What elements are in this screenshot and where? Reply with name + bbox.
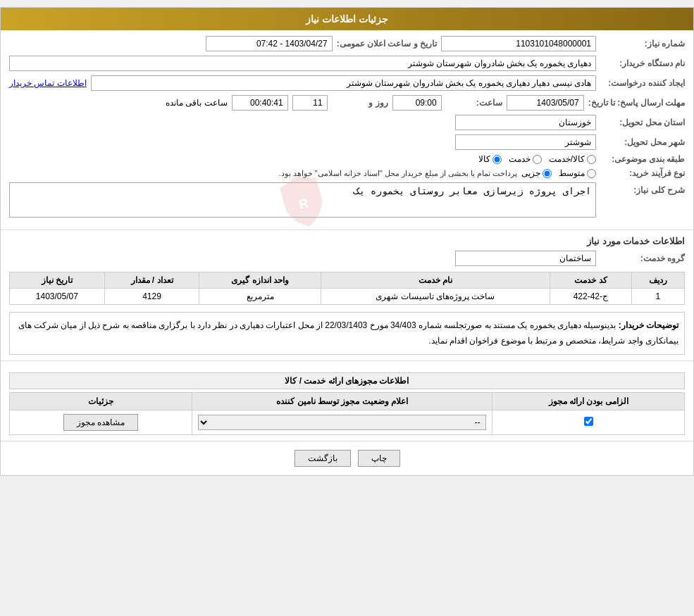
deadline-time-label: ساعت:: [446, 98, 502, 108]
purchase-type-label-jozii: جزیی: [521, 168, 540, 178]
cell-service-name: ساخت پروژه‌های تاسیسات شهری: [321, 289, 550, 305]
province-label: استان محل تحویل:: [600, 118, 685, 127]
cell-quantity: 4129: [104, 289, 199, 305]
col-header-date: تاریخ نیاز: [10, 272, 105, 289]
deadline-day-label: روز و: [332, 98, 388, 108]
need-desc-textarea[interactable]: اجرای پروژه زیرسازی معابر روستای یخموره …: [9, 182, 596, 218]
purchase-type-option-jozii: جزیی: [521, 168, 552, 178]
buyer-org-value: دهیاری یخموره یک بخش شادروان شهرستان شوش…: [9, 56, 596, 71]
col-header-service-name: نام خدمت: [321, 272, 550, 289]
need-number-label: شماره نیاز:: [600, 39, 685, 49]
page-wrapper: جزئیات اطلاعات نیاز شماره نیاز: 11031010…: [0, 7, 694, 476]
permits-section-title: اطلاعات مجوزهای ارائه خدمت / کالا: [9, 372, 685, 389]
category-label: طبقه بندی موضوعی:: [600, 154, 685, 164]
table-row: 1 ج-42-422 ساخت پروژه‌های تاسیسات شهری م…: [10, 289, 685, 305]
category-option-khedmat: خدمت: [509, 154, 542, 164]
buyer-desc-section: توضیحات خریدار: بدینوسیله دهیاری یخموره …: [9, 312, 685, 355]
bottom-buttons: چاپ بازگشت: [1, 441, 693, 475]
need-desc-wrapper: R اجرای پروژه زیرسازی معابر روستای یخمور…: [9, 182, 596, 220]
province-row: استان محل تحویل: خوزستان: [9, 115, 685, 130]
service-group-label: گروه خدمت:: [600, 253, 685, 263]
deadline-remaining: 00:40:41: [232, 95, 288, 111]
category-radio-kala-khedmat[interactable]: [587, 155, 596, 164]
deadline-label: مهلت ارسال پاسخ: تا تاریخ:: [588, 98, 685, 108]
city-label: شهر محل تحویل:: [600, 137, 685, 147]
deadline-remaining-label: ساعت باقی مانده: [166, 98, 228, 108]
permits-detail-cell: مشاهده مجوز: [10, 410, 192, 435]
deadline-row: مهلت ارسال پاسخ: تا تاریخ: 1403/05/07 سا…: [9, 95, 685, 111]
col-header-unit: واحد اندازه گیری: [199, 272, 321, 289]
permits-status-select[interactable]: --: [198, 415, 487, 430]
buyer-desc-label: توضیحات خریدار:: [619, 320, 678, 330]
buyer-desc-box: توضیحات خریدار: بدینوسیله دهیاری یخموره …: [9, 312, 685, 355]
buyer-desc-value: بدینوسیله دهیاری یخموره یک مستند به صورت…: [18, 320, 678, 346]
page-title: جزئیات اطلاعات نیاز: [306, 13, 388, 25]
category-label-kala: کالا: [478, 154, 490, 164]
cell-unit: مترمربع: [199, 289, 321, 305]
service-group-row: گروه خدمت: ساختمان: [9, 251, 685, 266]
category-radio-khedmat[interactable]: [533, 155, 542, 164]
col-header-service-code: کد خدمت: [550, 272, 631, 289]
page-header: جزئیات اطلاعات نیاز: [1, 8, 693, 30]
category-row: طبقه بندی موضوعی: کالا/خدمت خدمت کالا: [9, 154, 685, 164]
city-row: شهر محل تحویل: شوشتر: [9, 134, 685, 150]
need-desc-container: R اجرای پروژه زیرسازی معابر روستای یخمور…: [9, 182, 596, 220]
permits-status-cell: --: [192, 410, 492, 435]
province-value: خوزستان: [455, 115, 596, 130]
back-button[interactable]: بازگشت: [295, 450, 351, 467]
deadline-day: 11: [292, 95, 328, 111]
need-number-row: شماره نیاز: 1103101048000001 تاریخ و ساع…: [9, 36, 685, 51]
creator-row: ایجاد کننده درخواست: هادی نیسی دهیار دهی…: [9, 75, 685, 91]
need-desc-label: شرح کلی نیاز:: [600, 182, 685, 195]
category-radio-kala[interactable]: [492, 155, 502, 164]
contact-link[interactable]: اطلاعات تماس خریدار: [9, 78, 87, 88]
view-permit-button[interactable]: مشاهده مجوز: [63, 414, 138, 431]
purchase-type-radio-motavaset[interactable]: [587, 169, 596, 178]
permits-col-required: الزامی بودن ارائه مجوز: [492, 393, 685, 410]
date-time-value: 1403/04/27 - 07:42: [206, 36, 333, 51]
services-title: اطلاعات خدمات مورد نیاز: [9, 236, 685, 246]
print-button[interactable]: چاپ: [358, 450, 400, 467]
category-option-kala-khedmat: کالا/خدمت: [549, 154, 596, 164]
deadline-time: 09:00: [392, 95, 442, 111]
buyer-org-row: نام دستگاه خریدار: دهیاری یخموره یک بخش …: [9, 56, 685, 71]
services-section: اطلاعات خدمات مورد نیاز گروه خدمت: ساختم…: [1, 230, 693, 361]
cell-service-code: ج-42-422: [550, 289, 631, 305]
category-option-kala: کالا: [478, 154, 502, 164]
category-label-khedmat: خدمت: [509, 154, 531, 164]
permits-col-details: جزئیات: [10, 393, 192, 410]
service-group-value: ساختمان: [455, 251, 596, 266]
permits-section: اطلاعات مجوزهای ارائه خدمت / کالا الزامی…: [1, 361, 693, 441]
creator-label: ایجاد کننده درخواست:: [600, 78, 685, 88]
main-info-section: شماره نیاز: 1103101048000001 تاریخ و ساع…: [1, 30, 693, 230]
col-header-quantity: تعداد / مقدار: [104, 272, 199, 289]
creator-value: هادی نیسی دهیار دهیاری یخموره یک بخش شاد…: [91, 75, 596, 91]
permits-row: -- مشاهده مجوز: [10, 410, 685, 435]
permits-required-cell: [492, 410, 685, 435]
permits-col-status: اعلام وضعیت مجوز توسط نامین کننده: [192, 393, 492, 410]
purchase-type-row: نوع فرآیند خرید: متوسط جزیی پرداخت تمام …: [9, 168, 685, 178]
permits-required-checkbox[interactable]: [584, 417, 593, 426]
purchase-type-label: نوع فرآیند خرید:: [600, 168, 685, 178]
city-value: شوشتر: [455, 134, 596, 150]
need-number-value: 1103101048000001: [441, 36, 596, 51]
permits-table: الزامی بودن ارائه مجوز اعلام وضعیت مجوز …: [9, 392, 685, 435]
purchase-type-radio-group: متوسط جزیی: [521, 168, 596, 178]
need-desc-row: شرح کلی نیاز: R اجرای پروژه زیرسازی معاب…: [9, 182, 685, 220]
cell-date: 1403/05/07: [10, 289, 105, 305]
buyer-org-label: نام دستگاه خریدار:: [600, 58, 685, 68]
category-label-kala-khedmat: کالا/خدمت: [549, 154, 585, 164]
col-header-row-num: ردیف: [631, 272, 684, 289]
deadline-date: 1403/05/07: [507, 95, 584, 111]
purchase-type-radio-jozii[interactable]: [543, 169, 552, 178]
category-radio-group: کالا/خدمت خدمت کالا: [478, 154, 596, 164]
date-time-label: تاریخ و ساعت اعلان عمومی:: [337, 39, 437, 49]
purchase-type-option-motavaset: متوسط: [559, 168, 596, 178]
purchase-type-label-motavaset: متوسط: [559, 168, 585, 178]
cell-row-num: 1: [631, 289, 684, 305]
services-table: ردیف کد خدمت نام خدمت واحد اندازه گیری ت…: [9, 272, 685, 305]
